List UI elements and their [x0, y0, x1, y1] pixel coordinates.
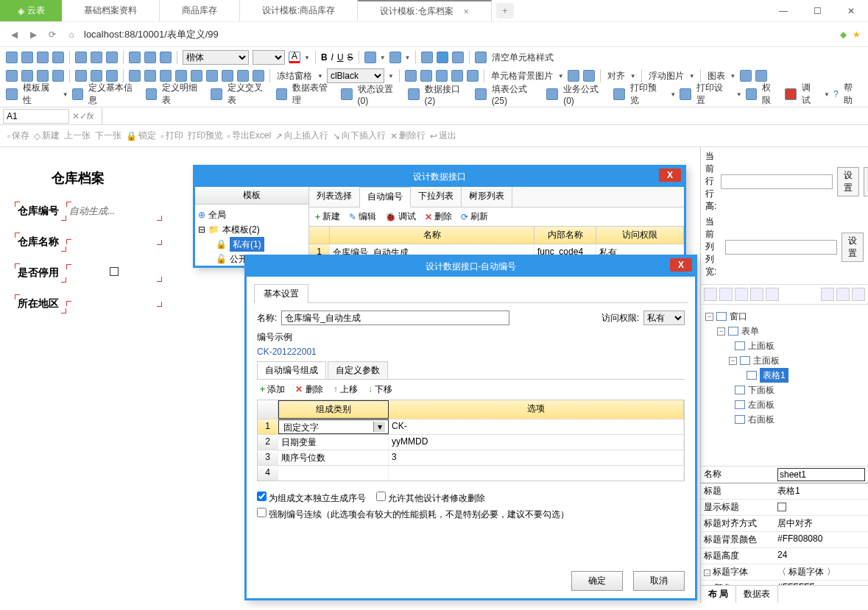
grid-row[interactable]: 4: [258, 465, 684, 480]
col-name[interactable]: 名称: [330, 227, 534, 244]
ribbon-icon[interactable]: [37, 70, 49, 82]
dropdown-arrow-icon[interactable]: ▾: [373, 422, 385, 432]
tab-layout[interactable]: 布 局: [701, 586, 736, 603]
clear-style-button[interactable]: 清空单元格样式: [490, 52, 555, 64]
delete-button[interactable]: ✕ 删除: [425, 210, 452, 223]
prop-row[interactable]: 标题表格1: [701, 483, 868, 500]
dialog-title[interactable]: 设计数据接口 X: [195, 167, 684, 187]
col-width-input[interactable]: [725, 240, 837, 255]
cell-ref-input[interactable]: [3, 109, 69, 124]
set-button-2[interactable]: 设置: [841, 233, 864, 262]
ribbon-icon[interactable]: [72, 88, 84, 100]
edit-button[interactable]: ✎ 编辑: [349, 210, 376, 223]
ribbon-icon[interactable]: [405, 70, 417, 82]
float-img-button[interactable]: 浮动图片: [647, 70, 685, 82]
ribbon-icon[interactable]: [341, 88, 353, 100]
col-option[interactable]: 选项: [389, 400, 684, 419]
def-basic-button[interactable]: 定义基本信息: [87, 82, 141, 107]
tab-list-select[interactable]: 列表选择: [309, 187, 360, 207]
ribbon-icon[interactable]: [37, 52, 49, 63]
checkbox[interactable]: [110, 267, 119, 276]
ribbon-icon[interactable]: [52, 70, 64, 82]
prop-checkbox[interactable]: [777, 503, 786, 511]
data-iface-button[interactable]: 数据接口(2): [423, 83, 471, 106]
freeze-pane-button[interactable]: 冻结窗格: [275, 70, 314, 82]
ribbon-icon[interactable]: [451, 70, 463, 82]
ribbon-icon[interactable]: [436, 70, 448, 82]
redo-icon[interactable]: [144, 52, 156, 63]
refresh-button[interactable]: ⟳ 刷新: [461, 210, 488, 223]
ribbon-icon[interactable]: [583, 70, 595, 82]
star-icon[interactable]: ★: [853, 29, 861, 40]
ribbon-icon[interactable]: [740, 70, 752, 82]
data-mgr-button[interactable]: 数据表管理: [291, 82, 337, 107]
prev-button[interactable]: 上一张: [64, 130, 91, 142]
prop-name-input[interactable]: [777, 468, 865, 481]
ribbon-icon[interactable]: [75, 70, 87, 82]
insert-down-button[interactable]: ↘ 向下插入行: [333, 130, 386, 142]
tab-design-stock[interactable]: 设计模板:商品库存: [240, 0, 358, 21]
prop-row[interactable]: -标题字体〈 标题字体 〉: [701, 564, 868, 581]
copy-icon[interactable]: [91, 52, 102, 63]
ribbon-icon[interactable]: [408, 88, 420, 100]
chart-button[interactable]: 图表: [706, 70, 727, 82]
merge-icon[interactable]: [421, 52, 433, 63]
panel-icon[interactable]: [704, 288, 717, 301]
delete-row-button[interactable]: ✕ 删除行: [390, 130, 426, 142]
move-up-button[interactable]: ↑ 上移: [334, 383, 358, 396]
help-button[interactable]: 帮助: [842, 82, 862, 107]
ribbon-icon[interactable]: [91, 70, 102, 82]
ribbon-icon[interactable]: [6, 52, 18, 63]
color-select[interactable]: clBlack: [327, 68, 384, 83]
lock-button[interactable]: 🔒 锁定: [126, 130, 156, 142]
next-button[interactable]: 下一张: [95, 130, 121, 142]
ribbon-icon[interactable]: [452, 52, 464, 63]
panel-icon[interactable]: [719, 288, 733, 301]
tab-data[interactable]: 数据表: [736, 586, 778, 603]
move-down-button[interactable]: ↓ 下移: [368, 383, 392, 396]
font-color-icon[interactable]: A: [289, 52, 300, 63]
back-button[interactable]: ◀: [7, 28, 21, 41]
ribbon-icon[interactable]: [21, 52, 33, 63]
delete-button[interactable]: ✕ 删除: [295, 383, 322, 396]
ribbon-icon[interactable]: [129, 70, 141, 82]
underline-button[interactable]: U: [337, 52, 344, 63]
forward-button[interactable]: ▶: [27, 28, 40, 41]
col-internal[interactable]: 内部名称: [534, 227, 596, 244]
debug-button[interactable]: 🐞 调试: [385, 210, 416, 223]
minimize-button[interactable]: —: [766, 0, 800, 21]
ribbon-icon[interactable]: [568, 70, 579, 82]
close-window-button[interactable]: ✕: [834, 0, 868, 21]
save-button[interactable]: ▫ 保存: [7, 130, 29, 142]
bg-image-button[interactable]: 单元格背景图片: [490, 70, 554, 82]
tab-tree-list[interactable]: 树形列表: [462, 187, 512, 207]
dialog-title[interactable]: 设计数据接口-自动编号 X: [247, 257, 695, 277]
font-family-select[interactable]: 楷体: [183, 50, 249, 65]
cancel-button[interactable]: 取消: [633, 571, 685, 591]
diamond-icon[interactable]: ◆: [840, 29, 847, 40]
fill-icon[interactable]: [389, 52, 401, 63]
biz-formula-button[interactable]: 业务公式(0): [562, 83, 610, 106]
panel-icon[interactable]: [750, 288, 763, 301]
ribbon-icon[interactable]: [160, 70, 172, 82]
ribbon-icon[interactable]: [6, 70, 18, 82]
tab-dropdown[interactable]: 下拉列表: [411, 187, 462, 207]
tab-design-warehouse[interactable]: 设计模板:仓库档案 ×: [358, 0, 491, 21]
prop-row[interactable]: 显示标题: [701, 500, 868, 516]
panel-icon[interactable]: [836, 288, 850, 301]
tab-auto-number[interactable]: 自动编号: [360, 187, 411, 208]
ribbon-icon[interactable]: [52, 52, 64, 63]
ribbon-icon[interactable]: [437, 52, 448, 63]
ribbon-icon[interactable]: [146, 88, 158, 100]
def-detail-button[interactable]: 定义明细表: [160, 82, 207, 107]
ribbon-icon[interactable]: [253, 70, 264, 82]
set-button[interactable]: 设置: [837, 167, 859, 196]
tab-product-stock[interactable]: 商品库存: [160, 0, 240, 21]
cancel-icon[interactable]: ✕: [72, 111, 80, 121]
fill-formula-button[interactable]: 填表公式(25): [490, 83, 543, 106]
ribbon-icon[interactable]: [206, 70, 218, 82]
tab-number-compose[interactable]: 自动编号组成: [257, 361, 326, 379]
align-button[interactable]: 对齐: [606, 70, 627, 82]
grid-row[interactable]: 3顺序号位数3: [258, 450, 684, 465]
undo-icon[interactable]: [129, 52, 141, 63]
